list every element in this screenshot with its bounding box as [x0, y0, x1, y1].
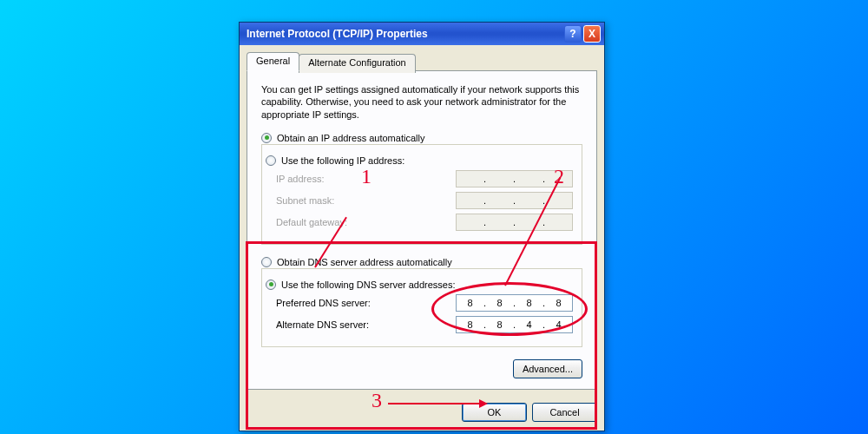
radio-label: Use the following IP address: [281, 155, 404, 166]
tab-general[interactable]: General [247, 52, 299, 71]
radio-icon [261, 133, 272, 143]
dialog-body: General Alternate Configuration You can … [240, 45, 604, 398]
tab-panel: You can get IP settings assigned automat… [247, 70, 597, 390]
titlebar[interactable]: Internet Protocol (TCP/IP) Properties ? … [240, 23, 604, 45]
help-icon[interactable]: ? [564, 25, 582, 43]
tab-strip: General Alternate Configuration [247, 52, 597, 71]
radio-icon [261, 257, 272, 267]
tab-alternate-config[interactable]: Alternate Configuration [299, 54, 416, 73]
advanced-button[interactable]: Advanced... [513, 359, 582, 378]
radio-dns-manual[interactable]: Use the following DNS server addresses: [266, 279, 573, 290]
radio-dns-auto[interactable]: Obtain DNS server address automatically [261, 257, 582, 267]
input-preferred-dns[interactable]: 8.8.8.8 [456, 294, 573, 312]
dialog-footer: OK Cancel [240, 398, 604, 431]
label-preferred-dns: Preferred DNS server: [276, 298, 456, 308]
radio-ip-manual[interactable]: Use the following IP address: [266, 155, 573, 166]
window-title: Internet Protocol (TCP/IP) Properties [247, 28, 562, 40]
close-icon[interactable]: X [583, 25, 601, 43]
input-alternate-dns[interactable]: 8.8.4.4 [456, 316, 573, 333]
label-default-gateway: Default gateway: [276, 217, 456, 227]
input-subnet-mask: ... [456, 192, 573, 209]
dns-group: Use the following DNS server addresses: … [261, 268, 582, 347]
radio-label: Obtain DNS server address automatically [277, 257, 452, 267]
properties-dialog: Internet Protocol (TCP/IP) Properties ? … [239, 22, 605, 431]
ip-group: Use the following IP address: IP address… [261, 144, 582, 245]
radio-ip-auto[interactable]: Obtain an IP address automatically [261, 133, 582, 143]
description-text: You can get IP settings assigned automat… [261, 83, 582, 121]
radio-icon [266, 155, 276, 166]
ok-button[interactable]: OK [462, 403, 527, 422]
input-ip-address: ... [456, 170, 573, 187]
cancel-button[interactable]: Cancel [532, 403, 597, 422]
label-ip-address: IP address: [276, 174, 456, 184]
label-alternate-dns: Alternate DNS server: [276, 319, 456, 330]
radio-label: Use the following DNS server addresses: [281, 279, 456, 290]
input-default-gateway: ... [456, 214, 573, 231]
label-subnet-mask: Subnet mask: [276, 195, 456, 206]
radio-icon [266, 279, 276, 290]
radio-label: Obtain an IP address automatically [277, 133, 424, 143]
